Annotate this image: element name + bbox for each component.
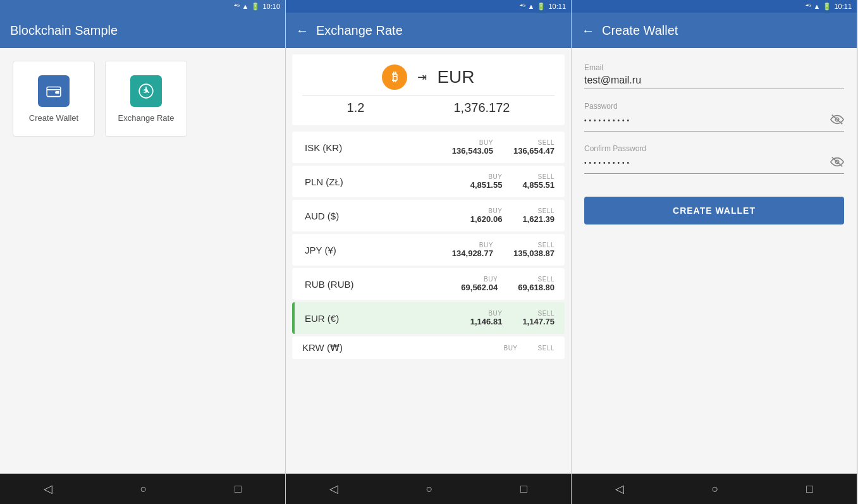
sell-header-aud: SELL xyxy=(538,207,555,214)
battery-icon-2: 🔋 xyxy=(537,3,546,11)
email-label: Email xyxy=(584,63,844,72)
rate-row-pln[interactable]: PLN (ZŁ) BUY 4,851.55 SELL 4,855.51 xyxy=(292,166,565,197)
back-button-2[interactable]: ◁ xyxy=(317,477,351,501)
confirm-toggle-icon[interactable] xyxy=(830,156,844,171)
recent-button-2[interactable]: □ xyxy=(508,477,540,501)
signal-icon-3: ⁴ᴳ xyxy=(806,3,811,11)
back-button-3[interactable]: ◁ xyxy=(603,477,637,501)
screen-2: ⁴ᴳ ▲ 🔋 10:11 ← Exchange Rate ₿ ⇥ EUR 1.2… xyxy=(286,0,572,504)
confirm-password-field-group: Confirm Password •••••••••• xyxy=(584,144,844,174)
status-bar-2: ⁴ᴳ ▲ 🔋 10:11 xyxy=(286,0,571,13)
sell-value-aud: 1,621.39 xyxy=(522,214,555,224)
rate-sell-col-isk: SELL 136,654.47 xyxy=(513,139,555,156)
rate-currency-jpy: JPY (¥) xyxy=(305,245,368,255)
rate-buy-col-rub: BUY 69,562.04 xyxy=(461,276,498,292)
email-input[interactable] xyxy=(584,75,844,86)
rate-currency-eur: EUR (€) xyxy=(305,313,368,324)
home-button-2[interactable]: ○ xyxy=(414,477,446,501)
create-wallet-icon xyxy=(38,75,70,107)
confirm-password-label: Confirm Password xyxy=(584,144,844,153)
eur-label: EUR xyxy=(437,67,474,87)
confirm-input-wrapper: •••••••••• xyxy=(584,156,844,174)
buy-value-jpy: 134,928.77 xyxy=(452,249,493,258)
back-icon-3[interactable]: ← xyxy=(582,23,594,38)
create-wallet-button[interactable]: CREATE WALLET xyxy=(584,197,844,224)
recent-button-3[interactable]: □ xyxy=(794,477,826,501)
sell-value-pln: 4,855.51 xyxy=(522,180,555,190)
rate-sell-col-krw: SELL xyxy=(538,345,555,352)
buy-header-isk: BUY xyxy=(479,139,493,146)
nav-bar-3: ◁ ○ □ xyxy=(572,474,857,504)
buy-header-rub: BUY xyxy=(484,276,498,283)
signal-icon-2: ⁴ᴳ xyxy=(520,3,525,11)
back-icon-2[interactable]: ← xyxy=(296,23,309,38)
time-2: 10:11 xyxy=(548,3,566,10)
rate-buy-col-eur: BUY 1,146.81 xyxy=(470,310,503,326)
buy-value-isk: 136,543.05 xyxy=(452,146,493,156)
app-bar-3: ← Create Wallet xyxy=(572,13,857,48)
time-3: 10:11 xyxy=(834,3,852,10)
sell-header-isk: SELL xyxy=(538,139,555,146)
app-title-3: Create Wallet xyxy=(602,23,678,38)
rate-currency-aud: AUD ($) xyxy=(305,211,368,221)
screen1-content: Create Wallet $ Exchange Rate xyxy=(0,48,285,474)
rate-sell-col-eur: SELL 1,147.75 xyxy=(522,310,555,326)
buy-value-aud: 1,620.06 xyxy=(470,214,503,224)
rate-sell-col-aud: SELL 1,621.39 xyxy=(522,207,555,224)
exchange-rate-label: Exchange Rate xyxy=(118,113,175,123)
nav-bar-2: ◁ ○ □ xyxy=(286,474,571,504)
confirm-dots: •••••••••• xyxy=(584,156,830,171)
rate-currency-rub: RUB (RUB) xyxy=(305,279,368,290)
time-1: 10:10 xyxy=(262,3,280,10)
exchange-content: ₿ ⇥ EUR 1.2 1,376.172 ISK (KR) BUY 136,5… xyxy=(286,48,571,474)
buy-header-aud: BUY xyxy=(488,207,502,214)
wifi-icon: ▲ xyxy=(242,3,249,10)
rate-buysell-jpy: BUY 134,928.77 SELL 135,038.87 xyxy=(452,242,555,258)
sell-header-eur: SELL xyxy=(538,310,555,317)
rate-buysell-krw-partial: BUY SELL xyxy=(503,345,555,352)
rate-buy-col-jpy: BUY 134,928.77 xyxy=(452,242,493,258)
rate-buy-col-aud: BUY 1,620.06 xyxy=(470,207,503,224)
email-input-wrapper xyxy=(584,75,844,89)
password-input-wrapper: •••••••••• xyxy=(584,113,844,132)
sell-header-rub: SELL xyxy=(538,276,555,283)
exchange-currencies: ₿ ⇥ EUR xyxy=(382,65,474,90)
back-button-1[interactable]: ◁ xyxy=(31,477,65,501)
app-bar-2: ← Exchange Rate xyxy=(286,13,571,48)
battery-icon: 🔋 xyxy=(251,3,260,11)
rate-buysell-eur: BUY 1,146.81 SELL 1,147.75 xyxy=(470,310,555,326)
rate-row-krw-partial: KRW (₩) BUY SELL xyxy=(292,336,565,359)
rate-row-eur[interactable]: EUR (€) BUY 1,146.81 SELL 1,147.75 xyxy=(292,302,565,334)
home-button-1[interactable]: ○ xyxy=(128,477,160,501)
buy-header-eur: BUY xyxy=(488,310,502,317)
sell-value-jpy: 135,038.87 xyxy=(513,249,555,258)
screen-3: ⁴ᴳ ▲ 🔋 10:11 ← Create Wallet Email Passw… xyxy=(572,0,857,504)
password-toggle-icon[interactable] xyxy=(830,114,844,128)
rate-buysell-pln: BUY 4,851.55 SELL 4,855.51 xyxy=(470,173,555,190)
exchange-rate-card[interactable]: $ Exchange Rate xyxy=(105,61,187,137)
rate-buysell-aud: BUY 1,620.06 SELL 1,621.39 xyxy=(470,207,555,224)
btc-icon: ₿ xyxy=(382,65,407,90)
exchange-values: 1.2 1,376.172 xyxy=(302,95,555,115)
battery-icon-3: 🔋 xyxy=(823,3,831,11)
email-field-group: Email xyxy=(584,63,844,89)
home-button-3[interactable]: ○ xyxy=(699,477,732,501)
create-wallet-card[interactable]: Create Wallet xyxy=(13,61,95,137)
create-wallet-label: Create Wallet xyxy=(29,113,78,123)
sell-value-rub: 69,618.80 xyxy=(518,283,555,292)
rate-row-rub[interactable]: RUB (RUB) BUY 69,562.04 SELL 69,618.80 xyxy=(292,268,565,300)
recent-button-1[interactable]: □ xyxy=(222,477,254,501)
status-bar-3: ⁴ᴳ ▲ 🔋 10:11 xyxy=(572,0,857,13)
rate-row-jpy[interactable]: JPY (¥) BUY 134,928.77 SELL 135,038.87 xyxy=(292,234,565,266)
btc-amount: 1.2 xyxy=(347,101,365,115)
exchange-arrow: ⇥ xyxy=(417,70,427,84)
eur-amount: 1,376.172 xyxy=(453,101,510,115)
rate-row-isk[interactable]: ISK (KR) BUY 136,543.05 SELL 136,654.47 xyxy=(292,132,565,163)
rate-currency-krw: KRW (₩) xyxy=(302,342,365,353)
rate-row-aud[interactable]: AUD ($) BUY 1,620.06 SELL 1,621.39 xyxy=(292,200,565,231)
signal-icon: ⁴ᴳ xyxy=(234,3,240,11)
rate-buy-col-pln: BUY 4,851.55 xyxy=(470,173,503,190)
screen-1: ⁴ᴳ ▲ 🔋 10:10 Blockchain Sample Create Wa… xyxy=(0,0,286,504)
password-field-group: Password •••••••••• xyxy=(584,102,844,132)
sell-header-krw: SELL xyxy=(538,345,555,352)
